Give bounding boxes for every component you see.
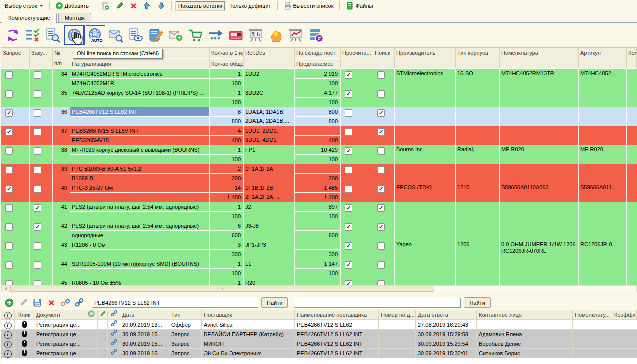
quote-row[interactable]: iРегистрация це...30.09.2019 15...Запрос… — [2, 349, 637, 358]
print-list-button[interactable]: Вывести список — [282, 1, 336, 11]
copy-row-button[interactable] — [100, 1, 112, 11]
package-cell[interactable] — [456, 107, 500, 126]
stock-cell[interactable]: 1 4851 400 — [295, 183, 341, 202]
zapros-checkbox[interactable] — [6, 280, 13, 285]
zapros-checkbox[interactable] — [6, 242, 13, 250]
scrollbar-thumb[interactable] — [10, 286, 434, 292]
unlink-button[interactable] — [60, 298, 71, 308]
quote-doc-cell[interactable]: Регистрация це... — [34, 320, 86, 330]
table-row[interactable]: 34M74HC4052M1R STMicroelectronicsM74HC40… — [2, 69, 637, 88]
stock-cell[interactable]: 2 019100 — [295, 69, 341, 88]
proschitano-cell[interactable]: ✓ — [341, 278, 374, 285]
nomenclature-cell[interactable] — [500, 107, 579, 126]
stock-cell[interactable]: 400 — [295, 126, 341, 145]
poisk-cell[interactable]: ✓ — [374, 221, 395, 240]
kom-cell[interactable] — [627, 183, 637, 202]
stock-cell[interactable]: 300 — [295, 240, 341, 259]
quote-klik-cell[interactable] — [15, 320, 34, 330]
kom-cell[interactable] — [627, 221, 637, 240]
kom-cell[interactable] — [627, 107, 637, 126]
nomenclature-cell[interactable]: M74HC4052RM13TR — [500, 69, 579, 88]
article-cell[interactable] — [579, 202, 627, 221]
refdes-cell[interactable]: FP1 — [244, 145, 295, 164]
quote-contact-cell[interactable]: Адамович Елена — [477, 330, 573, 339]
auto-search-button[interactable]: AUTO — [86, 25, 105, 45]
zapros-cell[interactable] — [2, 145, 30, 164]
package-cell[interactable] — [456, 164, 500, 183]
zakup-cell[interactable] — [30, 240, 53, 259]
name-cell[interactable]: PLS2 (штыри на плату, шаг 2.54 мм, однор… — [70, 221, 210, 240]
quote-coeff-cell[interactable] — [612, 320, 637, 330]
nomenclature-cell[interactable] — [500, 259, 579, 278]
quote-doc-cell[interactable]: Регистрация це... — [34, 339, 86, 349]
qty-cell[interactable]: 1 — [210, 278, 244, 285]
quote-coeff-cell[interactable] — [612, 339, 637, 349]
find-button-2[interactable]: Найти — [464, 297, 490, 308]
zakup-checkbox[interactable] — [34, 90, 42, 98]
manufacturer-cell[interactable] — [395, 202, 456, 221]
manufacturer-cell[interactable]: Bourns Inc. — [395, 145, 456, 164]
zapros-checkbox[interactable] — [6, 90, 13, 98]
zakup-checkbox[interactable] — [34, 128, 42, 136]
proschitano-cell[interactable]: ✓ — [341, 88, 374, 107]
stock-cell[interactable]: 200 — [295, 164, 341, 183]
flow-arrow-button[interactable] — [207, 26, 225, 45]
zapros-checkbox[interactable]: ✓ — [6, 128, 13, 136]
zapros-cell[interactable]: ✓ — [2, 107, 30, 126]
zapros-cell[interactable] — [2, 69, 30, 88]
package-cell[interactable]: 1206 — [456, 240, 500, 259]
proschitano-checkbox[interactable]: ✓ — [345, 280, 352, 285]
refdes-cell[interactable]: JP1-JP3 — [244, 240, 295, 259]
proschitano-checkbox[interactable] — [345, 166, 352, 174]
nomenclature-cell[interactable] — [500, 278, 579, 285]
article-cell[interactable] — [579, 221, 627, 240]
name-cell[interactable]: MF-R020 корпус дисковый с выводами (BOUR… — [70, 145, 210, 164]
qty-cell[interactable]: 1100 — [210, 259, 244, 278]
row-number[interactable]: 44 — [53, 259, 70, 278]
zapros-cell[interactable] — [2, 202, 30, 221]
article-cell[interactable]: MF-R020 — [579, 145, 627, 164]
quote-date-cell[interactable]: 30.09.2019 15... — [120, 349, 170, 358]
quote-link-cell[interactable] — [108, 320, 120, 330]
poisk-cell[interactable]: ✓ — [374, 126, 395, 145]
poisk-cell[interactable] — [374, 164, 395, 183]
refdes-cell[interactable]: 1DD1; 2DD1;3DD1; 4DD1 — [244, 126, 295, 145]
move-up-button[interactable] — [141, 1, 153, 11]
zakup-cell[interactable] — [30, 278, 53, 285]
quote-row[interactable]: iРегистрация це...20.09.2019 13...ОфферA… — [2, 320, 637, 330]
board-person-button[interactable] — [247, 26, 265, 45]
note-edit-button[interactable] — [147, 26, 165, 45]
package-cell[interactable] — [456, 126, 500, 145]
quote-row[interactable]: iРегистрация це...30.09.2019 15...Запрос… — [2, 330, 637, 339]
refdes-cell[interactable]: 1F1B,1F2B;2F1A,2F2A; ... — [244, 183, 295, 202]
package-cell[interactable] — [456, 278, 500, 285]
quote-answer-date-cell[interactable]: 27.08.2019 16:20:43 — [416, 320, 477, 330]
proschitano-checkbox[interactable]: ✓ — [345, 223, 352, 231]
proschitano-checkbox[interactable]: ✓ — [345, 242, 352, 250]
manufacturer-cell[interactable] — [395, 259, 456, 278]
stock-cell[interactable] — [295, 278, 341, 285]
article-cell[interactable] — [579, 259, 627, 278]
scroll-left-arrow[interactable] — [2, 286, 10, 292]
zakup-checkbox[interactable] — [34, 261, 42, 269]
proschitano-cell[interactable]: ✓ — [341, 259, 374, 278]
proschitano-checkbox[interactable] — [345, 185, 352, 193]
zakup-checkbox[interactable] — [34, 109, 42, 117]
quote-number-cell[interactable] — [379, 349, 416, 358]
cart-button[interactable] — [187, 26, 205, 45]
mail-plus-button[interactable] — [167, 26, 185, 45]
qty-cell[interactable]: 2200 — [210, 164, 244, 183]
package-cell[interactable] — [456, 202, 500, 221]
quote-add-cell[interactable] — [86, 349, 98, 358]
quote-klik-cell[interactable] — [15, 349, 34, 358]
refdes-cell[interactable]: 3DD2C — [244, 88, 295, 107]
zapros-cell[interactable] — [2, 278, 30, 285]
row-number[interactable]: 34 — [53, 69, 70, 88]
zakup-cell[interactable] — [30, 145, 53, 164]
manufacturer-cell[interactable]: STMicroelectronics — [395, 69, 456, 88]
quote-date-cell[interactable]: 20.09.2019 13... — [120, 320, 170, 330]
article-cell[interactable]: B59606A011... — [579, 183, 627, 202]
proschitano-cell[interactable] — [341, 183, 374, 202]
row-number[interactable]: 37 — [53, 126, 70, 145]
tab-komplektuyushchie[interactable]: Комплектующие — [2, 13, 57, 23]
